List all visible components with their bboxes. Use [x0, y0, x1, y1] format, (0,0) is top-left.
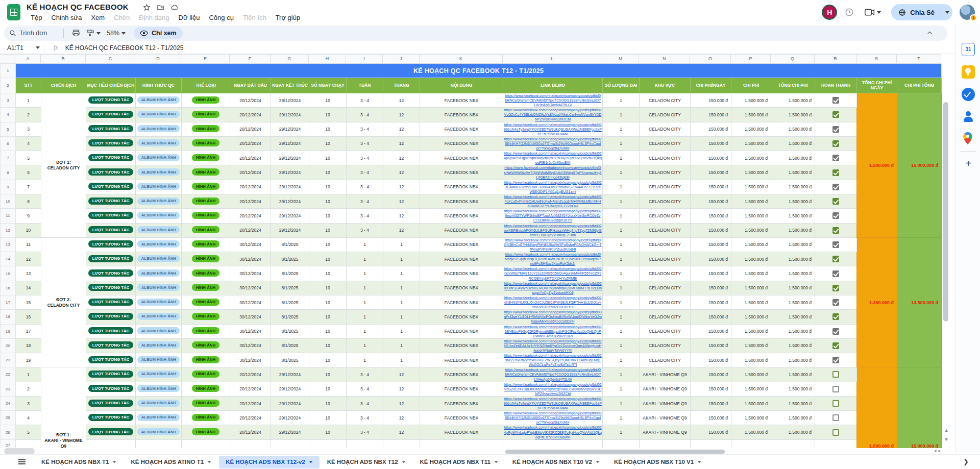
cell-stt[interactable]: 5 [16, 151, 41, 165]
menu-chinh-sua[interactable]: Chỉnh sửa [47, 13, 86, 22]
cell-so-ngay-chay[interactable]: 10 [309, 223, 347, 237]
cell-chi-phi-ngay[interactable]: 150.000 đ [691, 266, 731, 281]
cell-khu-vuc[interactable]: CELADON CITY [640, 295, 691, 309]
demo-link[interactable]: https://www.facebook.com/nhabepxinhcompa… [504, 224, 602, 237]
header-cell-F[interactable]: NGÀY BẮT ĐẦU [230, 78, 271, 93]
cell-chi-phi[interactable]: 1.500.000 đ [731, 136, 771, 151]
cell-empty[interactable] [383, 439, 420, 448]
cell-the-loai[interactable]: HÌNH ẢNH [182, 252, 230, 266]
chi-phi-tong-merged-cell[interactable]: 15.000.000 đ [897, 93, 942, 238]
scroll-down-icon[interactable]: ▼ [943, 437, 949, 442]
row-number[interactable]: 27 [1, 439, 16, 448]
campaign-merged-cell[interactable]: ĐỢT 1:AKARI - VINHOME Q9 [41, 367, 86, 448]
row-number[interactable]: 23 [1, 382, 16, 396]
cell-so-ngay-chay[interactable]: 10 [309, 295, 347, 309]
cell-the-loai[interactable]: HÌNH ẢNH [182, 310, 230, 324]
cell-chi-phi-ngay[interactable]: 150.000 đ [691, 209, 731, 223]
cell-link-demo[interactable]: https://www.facebook.com/nhabepxinhcompa… [503, 425, 603, 439]
column-header-G[interactable]: G [271, 54, 309, 63]
cell-khu-vuc[interactable]: CELADON CITY [640, 281, 691, 295]
cell-tong-chi-phi[interactable]: 1.500.000 đ [771, 396, 815, 410]
cell-muc-tieu[interactable]: LƯỢT TƯƠNG TÁC [86, 93, 136, 108]
cell-chi-phi[interactable]: 1.500.000 đ [731, 295, 771, 309]
header-cell-O[interactable]: CHI PHÍ/NGÀY [691, 78, 731, 93]
checkbox-checked[interactable] [832, 212, 839, 219]
cell-stt[interactable]: 8 [16, 194, 41, 208]
cell-so-ngay-chay[interactable]: 10 [309, 281, 347, 295]
cell-tong-chi-phi[interactable]: 1.500.000 đ [771, 122, 815, 136]
cell-ngay-ket-thuc[interactable]: 29/12/2024 [271, 180, 309, 194]
cell-so-luong-bai[interactable]: 1 [603, 353, 640, 367]
header-cell-D[interactable]: HÌNH THỨC QC [136, 78, 182, 93]
cell-noi-dung[interactable]: FACEBOOK NBX [420, 180, 503, 194]
checkbox-checked[interactable] [832, 313, 839, 320]
cell-ngay-ket-thuc[interactable]: 29/12/2024 [271, 396, 309, 410]
sheet-tab-7[interactable]: KẾ HOẠCH ADS NBX T10 V1 [607, 456, 708, 468]
cell-ngay-ket-thuc[interactable]: 29/12/2024 [271, 194, 309, 208]
cell-chi-phi[interactable]: 1.500.000 đ [731, 151, 771, 165]
cell-stt[interactable]: 14 [16, 281, 41, 295]
cell-the-loai[interactable]: HÌNH ẢNH [182, 396, 230, 410]
cell-ngay-bat-dau[interactable]: 30/12/2024 [230, 353, 271, 367]
cell-hoan-thanh[interactable] [815, 136, 857, 151]
cell-empty[interactable] [603, 439, 640, 448]
collapse-toolbar-icon[interactable] [926, 30, 933, 36]
cell-thang[interactable]: 12 [383, 108, 420, 122]
cell-chi-phi-ngay[interactable]: 150.000 đ [691, 382, 731, 396]
row-number[interactable]: 10 [1, 194, 16, 208]
cell-so-luong-bai[interactable]: 1 [603, 122, 640, 136]
cell-tong-chi-phi[interactable]: 1.500.000 đ [771, 165, 815, 180]
cell-the-loai[interactable]: HÌNH ẢNH [182, 425, 230, 439]
cell-tong-chi-phi[interactable]: 1.500.000 đ [771, 367, 815, 382]
cell-hoan-thanh[interactable] [815, 252, 857, 266]
cell-chi-phi-ngay[interactable]: 150.000 đ [691, 295, 731, 309]
cell-muc-tieu[interactable]: LƯỢT TƯƠNG TÁC [86, 295, 136, 309]
cell-muc-tieu[interactable]: LƯỢT TƯƠNG TÁC [86, 151, 136, 165]
header-cell-N[interactable]: KHU VỰC [640, 78, 691, 93]
cell-chi-phi-ngay[interactable]: 150.000 đ [691, 281, 731, 295]
cell-ngay-bat-dau[interactable]: 20/12/2024 [230, 136, 271, 151]
cell-ngay-bat-dau[interactable]: 20/12/2024 [230, 194, 271, 208]
cell-tuan[interactable]: 3 - 4 [347, 367, 383, 382]
header-cell-M[interactable]: SỐ LƯỢNG BÀI [603, 78, 640, 93]
cell-so-luong-bai[interactable]: 1 [603, 425, 640, 439]
cell-so-ngay-chay[interactable]: 10 [309, 324, 347, 338]
cell-chi-phi[interactable]: 1.500.000 đ [731, 367, 771, 382]
cell-thang[interactable]: 1 [383, 338, 420, 353]
cell-tong-chi-phi[interactable]: 1.500.000 đ [771, 223, 815, 237]
cell-chi-phi-ngay[interactable]: 150.000 đ [691, 93, 731, 108]
cell-khu-vuc[interactable]: CELADON CITY [640, 266, 691, 281]
cell-chi-phi-ngay[interactable]: 150.000 đ [691, 108, 731, 122]
cell-link-demo[interactable]: https://www.facebook.com/nhabepxinhcompa… [503, 122, 603, 136]
cell-tong-chi-phi[interactable]: 1.500.000 đ [771, 411, 815, 425]
cell-stt[interactable]: 1 [16, 367, 41, 382]
row-number[interactable]: 9 [1, 180, 16, 194]
move-folder-icon[interactable] [157, 4, 164, 11]
cell-ngay-bat-dau[interactable]: 30/12/2024 [230, 338, 271, 353]
cell-so-ngay-chay[interactable]: 10 [309, 338, 347, 353]
cell-ngay-ket-thuc[interactable]: 8/1/2025 [271, 353, 309, 367]
sheet-tab-caret-icon[interactable] [698, 461, 701, 463]
cell-hinh-thuc[interactable]: ALBUM HÌNH ẢNH [136, 266, 182, 281]
header-cell-G[interactable]: NGÀY KẾT THÚC [271, 78, 309, 93]
cell-ngay-ket-thuc[interactable]: 8/1/2025 [271, 237, 309, 252]
demo-link[interactable]: https://www.facebook.com/nhabepxinhcompa… [504, 180, 602, 194]
row-number[interactable]: 16 [1, 281, 16, 295]
cell-stt[interactable]: 11 [16, 237, 41, 252]
cell-tuan[interactable]: 3 - 4 [347, 151, 383, 165]
cell-link-demo[interactable]: https://www.facebook.com/nhabepxinhcompa… [503, 281, 603, 295]
cell-so-ngay-chay[interactable]: 10 [309, 310, 347, 324]
maps-icon[interactable] [962, 132, 975, 145]
cell-muc-tieu[interactable]: LƯỢT TƯƠNG TÁC [86, 252, 136, 266]
cell-stt[interactable]: 4 [16, 411, 41, 425]
cell-so-luong-bai[interactable]: 1 [603, 324, 640, 338]
header-cell-E[interactable]: THỂ LOẠI [182, 78, 230, 93]
cell-the-loai[interactable]: HÌNH ẢNH [182, 136, 230, 151]
cell-empty[interactable] [815, 439, 857, 448]
cell-ngay-ket-thuc[interactable]: 8/1/2025 [271, 310, 309, 324]
cell-khu-vuc[interactable]: CELADON CITY [640, 136, 691, 151]
cell-the-loai[interactable]: HÌNH ẢNH [182, 151, 230, 165]
cell-the-loai[interactable]: HÌNH ẢNH [182, 411, 230, 425]
checkbox-checked[interactable] [832, 169, 839, 176]
cell-link-demo[interactable]: https://www.facebook.com/nhabepxinhcompa… [503, 237, 603, 252]
